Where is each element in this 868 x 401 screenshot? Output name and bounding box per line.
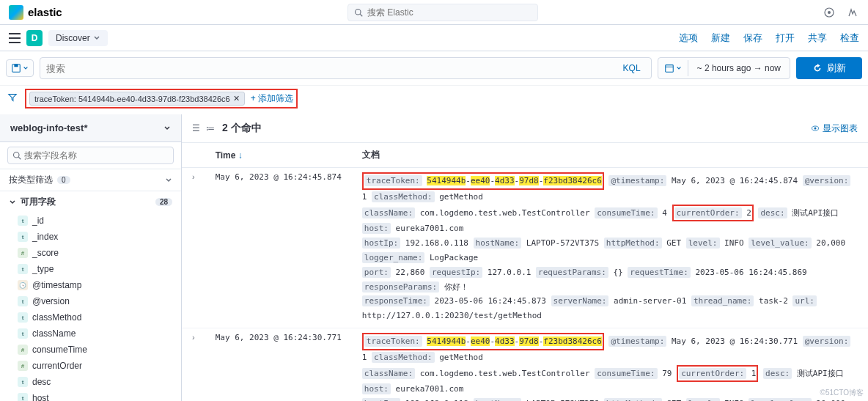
field-type-icon: t [18, 377, 28, 387]
nav-options[interactable]: 选项 [679, 32, 698, 45]
field-item[interactable]: tclassMethod [0, 309, 181, 325]
svg-point-8 [14, 152, 20, 158]
sidebar: weblog-info-test* 按类型筛选 0 可用字段 28 t_idt_… [0, 114, 182, 401]
svg-line-9 [18, 157, 21, 159]
field-item[interactable]: t_id [0, 213, 181, 229]
view-compact-icon[interactable]: ☰ [192, 123, 200, 133]
field-list: t_idt_index#_scoret_type🕓@timestampt@ver… [0, 213, 181, 401]
refresh-button[interactable]: 刷新 [796, 57, 862, 79]
nav-toggle-icon[interactable] [9, 33, 21, 43]
field-name: _score [32, 248, 59, 258]
index-pattern-selector[interactable]: weblog-info-test* [0, 114, 181, 142]
filter-icon [7, 92, 18, 103]
filter-pill[interactable]: traceToken: 5414944b-ee40-4d33-97d8-f23b… [29, 92, 245, 106]
chevron-down-icon [23, 65, 29, 71]
filter-by-type[interactable]: 按类型筛选 0 [0, 169, 181, 191]
field-item[interactable]: #currentOrder [0, 358, 181, 374]
field-item[interactable]: t_index [0, 229, 181, 245]
col-doc-header[interactable]: 文档 [352, 143, 868, 168]
date-picker[interactable]: ~ 2 hours ago → now [658, 57, 790, 79]
filter-menu-button[interactable] [6, 91, 19, 106]
chevron-down-icon [93, 34, 100, 42]
disk-icon [11, 63, 21, 73]
expand-row-icon[interactable]: › [192, 172, 195, 181]
available-fields-header[interactable]: 可用字段 28 [0, 191, 181, 213]
eye-icon [811, 124, 820, 133]
search-icon [12, 151, 21, 160]
help-icon[interactable] [846, 6, 859, 19]
filter-bar: traceToken: 5414944b-ee40-4d33-97d8-f23b… [0, 86, 868, 114]
chevron-down-icon [163, 125, 171, 132]
field-type-icon: t [18, 312, 28, 323]
hits-bar: ☰ ≔ 2 个命中 显示图表 [182, 114, 868, 143]
watermark: ©51CTO博客 [820, 388, 864, 398]
kql-toggle[interactable]: KQL [619, 63, 645, 73]
field-name: @timestamp [32, 280, 82, 290]
show-chart-link[interactable]: 显示图表 [811, 122, 858, 135]
field-type-icon: # [18, 361, 28, 371]
field-name: @version [32, 296, 70, 306]
nav-inspect[interactable]: 检查 [840, 32, 859, 45]
space-badge[interactable]: D [26, 30, 43, 46]
global-search[interactable] [347, 4, 538, 21]
field-item[interactable]: thost [0, 390, 181, 401]
chevron-down-icon [9, 199, 16, 206]
field-name: consumeTime [32, 345, 87, 355]
field-search-input[interactable] [24, 150, 169, 161]
cell-time: May 6, 2023 @ 16:24:30.771 [205, 328, 352, 401]
header-right [823, 6, 859, 19]
date-range-text[interactable]: ~ 2 hours ago → now [688, 60, 790, 76]
field-item[interactable]: #_score [0, 245, 181, 261]
field-item[interactable]: #consumeTime [0, 342, 181, 358]
field-type-icon: # [18, 248, 28, 258]
chevron-down-icon [165, 177, 172, 184]
field-type-icon: t [18, 296, 28, 306]
field-item[interactable]: tdesc [0, 374, 181, 390]
logo-text: elastic [28, 6, 62, 18]
svg-point-11 [814, 128, 817, 130]
svg-point-3 [828, 11, 831, 14]
field-name: host [32, 393, 49, 401]
saved-query-button[interactable] [6, 59, 34, 77]
global-search-input[interactable] [367, 7, 532, 18]
field-name: _id [32, 216, 44, 226]
nav-new[interactable]: 新建 [711, 32, 730, 45]
calendar-icon [664, 63, 674, 73]
table-row: › May 6, 2023 @ 16:24:30.771 traceToken:… [182, 328, 868, 401]
annotation-filter-box: traceToken: 5414944b-ee40-4d33-97d8-f23b… [25, 89, 298, 108]
field-type-icon: t [18, 393, 28, 401]
view-toggles: ☰ ≔ [192, 123, 215, 133]
elastic-logo-icon [9, 5, 23, 20]
field-search-wrap [0, 142, 181, 169]
nav-open[interactable]: 打开 [776, 32, 795, 45]
field-item[interactable]: tclassName [0, 325, 181, 342]
cell-document: traceToken: 5414944b-ee40-4d33-97d8-f23b… [352, 328, 868, 401]
field-item[interactable]: t_type [0, 261, 181, 277]
docs-table: Time ↓ 文档 › May 6, 2023 @ 16:24:45.874 t… [182, 143, 868, 401]
field-type-icon: t [18, 328, 28, 339]
close-icon[interactable]: ✕ [233, 94, 240, 103]
add-filter-button[interactable]: + 添加筛选 [251, 92, 293, 105]
field-item[interactable]: 🕓@timestamp [0, 277, 181, 293]
newsfeed-icon[interactable] [823, 6, 836, 19]
field-name: classMethod [32, 312, 81, 323]
field-type-icon: t [18, 232, 28, 242]
breadcrumb-app[interactable]: Discover [48, 30, 108, 46]
query-input[interactable] [46, 63, 619, 74]
search-icon [354, 8, 363, 17]
expand-row-icon[interactable]: › [192, 333, 195, 342]
date-quick-select[interactable] [658, 60, 688, 76]
view-expanded-icon[interactable]: ≔ [206, 123, 215, 133]
svg-line-1 [360, 14, 362, 16]
query-input-wrap[interactable]: KQL [40, 57, 652, 79]
hits-count: 2 个命中 [222, 122, 262, 135]
col-time-header[interactable]: Time ↓ [205, 143, 352, 168]
results-content: ☰ ≔ 2 个命中 显示图表 Time ↓ 文档 › May 6, 2023 @… [182, 114, 868, 401]
field-search[interactable] [7, 147, 174, 164]
field-type-icon: t [18, 264, 28, 274]
nav-share[interactable]: 共享 [808, 32, 827, 45]
field-name: _index [32, 232, 58, 242]
field-item[interactable]: t@version [0, 293, 181, 309]
nav-save[interactable]: 保存 [743, 32, 762, 45]
svg-rect-5 [14, 65, 18, 67]
